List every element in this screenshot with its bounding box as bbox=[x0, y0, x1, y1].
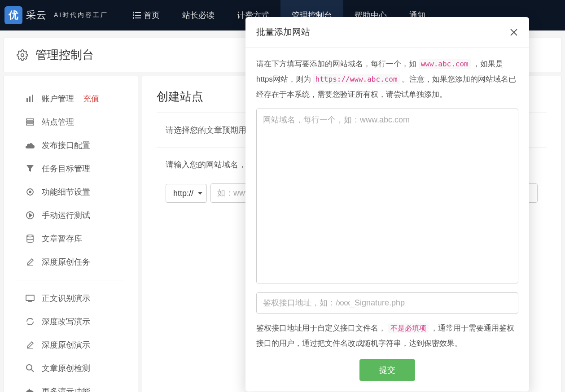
nav-home[interactable]: 首页 bbox=[122, 0, 171, 30]
sidebar-item[interactable]: 发布接口配置 bbox=[4, 134, 138, 157]
list-icon bbox=[133, 12, 141, 19]
field-usage-label: 请选择您的文章预期用途 bbox=[166, 126, 254, 135]
logo-name: 采云 bbox=[26, 9, 47, 22]
svg-rect-10 bbox=[26, 119, 34, 120]
sidebar-item-label: 深度原创演示 bbox=[42, 340, 90, 350]
protocol-select[interactable]: http:// bbox=[166, 184, 207, 203]
sidebar-item-label: 文章暂存库 bbox=[42, 233, 82, 244]
sidebar-item-label: 功能细节设置 bbox=[42, 187, 90, 197]
nav-label: 首页 bbox=[144, 10, 160, 21]
layers-icon bbox=[26, 118, 35, 126]
svg-rect-8 bbox=[29, 96, 31, 102]
svg-rect-21 bbox=[26, 295, 34, 301]
svg-point-23 bbox=[26, 365, 32, 370]
edit-icon bbox=[26, 258, 35, 266]
play-icon bbox=[26, 211, 35, 219]
sidebar-divider bbox=[18, 280, 124, 280]
submit-button[interactable]: 提交 bbox=[359, 359, 415, 381]
share-icon bbox=[26, 388, 35, 392]
sliders-icon bbox=[26, 188, 35, 196]
nav-label: 站长必读 bbox=[182, 10, 215, 21]
sidebar-item[interactable]: 深度改写演示 bbox=[4, 310, 138, 333]
logo-mark: 优 bbox=[4, 6, 22, 24]
svg-line-24 bbox=[31, 370, 34, 372]
logo[interactable]: 优 采云 AI时代内容工厂 bbox=[4, 6, 108, 24]
sidebar-item-label: 正文识别演示 bbox=[42, 293, 90, 304]
monitor-icon bbox=[26, 295, 35, 302]
svg-point-6 bbox=[21, 53, 24, 57]
filter-icon bbox=[26, 165, 35, 172]
logo-sub: AI时代内容工厂 bbox=[54, 11, 108, 19]
not-required-badge: 不是必填项 bbox=[388, 323, 429, 333]
auth-hint: 鉴权接口地址用于自定义接口文件名， 不是必填项 ，通常用于需要通用鉴权接口的用户… bbox=[256, 321, 518, 351]
code-example-1: www.abc.com bbox=[419, 59, 471, 69]
sidebar-item[interactable]: 正文识别演示 bbox=[4, 287, 138, 310]
console-title: 管理控制台 bbox=[35, 47, 94, 63]
sidebar-item-label: 发布接口配置 bbox=[42, 140, 90, 151]
svg-point-4 bbox=[133, 15, 134, 16]
cloud-icon bbox=[26, 142, 35, 149]
svg-point-20 bbox=[27, 235, 33, 237]
gear-icon bbox=[17, 49, 28, 61]
code-example-2: https://www.abc.com bbox=[313, 74, 400, 84]
sidebar-item-label: 账户管理 bbox=[42, 93, 74, 104]
sidebar-item-label: 站点管理 bbox=[42, 117, 74, 127]
sidebar-item[interactable]: 站点管理 bbox=[4, 110, 138, 134]
sidebar-item[interactable]: 更多演示功能 bbox=[4, 380, 138, 392]
sidebar-item[interactable]: 深度原创任务 bbox=[4, 250, 138, 274]
batch-add-modal: 批量添加网站 请在下方填写要添加的网站域名，每行一个，如 www.abc.com… bbox=[245, 17, 529, 392]
refresh-icon bbox=[26, 318, 35, 326]
database-icon bbox=[26, 235, 35, 243]
modal-hint: 请在下方填写要添加的网站域名，每行一个，如 www.abc.com ，如果是ht… bbox=[256, 57, 518, 102]
bar-chart-icon bbox=[26, 95, 35, 103]
sidebar-item-label: 手动运行测试 bbox=[42, 210, 90, 221]
sidebar-item[interactable]: 功能细节设置 bbox=[4, 180, 138, 204]
field-domain-label: 请输入您的网站域名，若 bbox=[166, 160, 254, 169]
svg-rect-12 bbox=[26, 124, 34, 125]
svg-rect-9 bbox=[32, 95, 33, 102]
search-icon bbox=[26, 364, 35, 372]
sidebar-item-label: 任务目标管理 bbox=[42, 163, 90, 174]
sidebar-item-label: 更多演示功能 bbox=[42, 386, 90, 392]
edit-icon bbox=[26, 341, 35, 349]
svg-rect-7 bbox=[26, 98, 28, 102]
sidebar-item[interactable]: 文章暂存库 bbox=[4, 227, 138, 250]
close-icon[interactable] bbox=[509, 28, 518, 37]
svg-rect-11 bbox=[26, 122, 34, 123]
sidebar-item[interactable]: 手动运行测试 bbox=[4, 204, 138, 227]
svg-point-5 bbox=[133, 17, 134, 18]
sidebar-item[interactable]: 任务目标管理 bbox=[4, 157, 138, 180]
modal-title: 批量添加网站 bbox=[256, 26, 310, 38]
protocol-select-wrap: http:// bbox=[166, 184, 207, 203]
domains-textarea[interactable] bbox=[256, 109, 518, 283]
sidebar-item-label: 文章原创检测 bbox=[42, 363, 90, 374]
sidebar-item[interactable]: 文章原创检测 bbox=[4, 357, 138, 380]
svg-point-14 bbox=[29, 191, 31, 193]
sidebar-item[interactable]: 账户管理充值 bbox=[4, 87, 138, 110]
auth-url-input[interactable] bbox=[256, 292, 518, 314]
recharge-link[interactable]: 充值 bbox=[83, 93, 99, 104]
sidebar-item-label: 深度改写演示 bbox=[42, 316, 90, 327]
sidebar: 账户管理充值站点管理发布接口配置任务目标管理功能细节设置手动运行测试文章暂存库深… bbox=[4, 76, 138, 392]
sidebar-item[interactable]: 深度原创演示 bbox=[4, 333, 138, 357]
sidebar-item-label: 深度原创任务 bbox=[42, 257, 90, 267]
svg-point-3 bbox=[133, 12, 134, 13]
nav-guide[interactable]: 站长必读 bbox=[171, 0, 226, 30]
